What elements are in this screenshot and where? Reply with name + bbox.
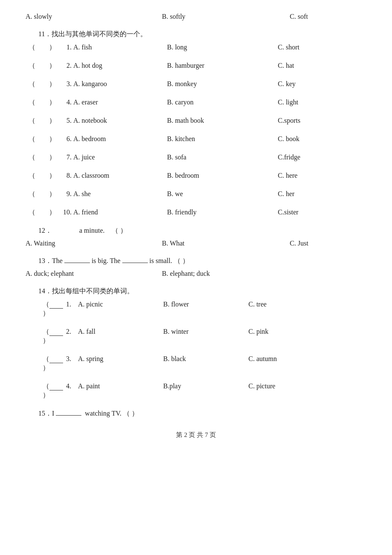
opt-c: C. light <box>278 98 366 106</box>
option-b-softly: B. softly <box>162 13 290 20</box>
bracket: （ <box>26 208 38 217</box>
bracket: （ <box>26 61 38 70</box>
q15-text: watching TV. （ ） <box>85 409 138 418</box>
table-row: （ ） 6. A. bedroom B. kitchen C. book <box>26 135 366 144</box>
q-num: 8. <box>59 172 72 179</box>
opt-c: C. hat <box>278 62 366 69</box>
page-number: 第 2 页 共 7 页 <box>176 431 216 438</box>
opt-a: A. notebook <box>73 117 167 124</box>
bracket: （ <box>26 80 38 89</box>
sub-bracket: （ ） <box>43 355 66 373</box>
sub-opt-b: B. winter <box>163 328 248 335</box>
q-num: 6. <box>59 135 72 143</box>
q11-list: （ ） 1. A. fish B. long C. short （ ） 2. A… <box>26 43 366 217</box>
sub-q-options: A. fall B. winter C. pink <box>78 328 366 335</box>
opt-c: C. short <box>278 43 366 51</box>
q12-opt-c: C. Just <box>290 240 366 247</box>
table-row: （ ） 10. A. friend B. friendly C.sister <box>26 208 366 217</box>
q-options: A. notebook B. math book C.sports <box>73 117 366 124</box>
q12-paren: （ ） <box>112 226 127 235</box>
q13-blank1 <box>64 263 90 263</box>
opt-a: A. classroom <box>73 172 167 179</box>
q-num: 4. <box>59 98 72 106</box>
bracket-close: ） <box>46 43 59 52</box>
sub-opt-a: A. fall <box>78 328 163 335</box>
table-row: （ ） 3. A. spring B. black C. autumn <box>26 355 366 373</box>
q-options: A. classroom B. bedroom C. here <box>73 172 366 179</box>
q13-options: A. duck; elephant B. elephant; duck <box>26 270 366 278</box>
table-row: （ ） 5. A. notebook B. math book C.sports <box>26 116 366 125</box>
top-options-row: A. slowly B. softly C. soft <box>26 13 366 20</box>
bracket-close: ） <box>46 116 59 125</box>
bracket-close: ） <box>46 80 59 89</box>
q13-end: is small. （ ） <box>150 257 189 266</box>
opt-b: B. sofa <box>167 153 278 161</box>
paren-space <box>38 153 46 161</box>
table-row: （ ） 4. A. paint B.play C. picture <box>26 382 366 400</box>
q-options: A. she B. we C. her <box>73 190 366 198</box>
q13-blank2 <box>122 263 148 263</box>
opt-c: C. her <box>278 190 366 198</box>
q-num: 2. <box>59 62 72 69</box>
paren-space <box>38 98 46 106</box>
bracket: （ <box>26 171 38 180</box>
opt-b: B. math book <box>167 117 278 124</box>
paren-space <box>38 208 46 216</box>
q13-label: 13．The <box>38 257 63 266</box>
sub-bracket: （ ） <box>43 300 66 318</box>
sub-opt-a: A. paint <box>78 382 163 390</box>
sub-bracket: （ ） <box>43 382 66 400</box>
table-row: （ ） 4. A. eraser B. caryon C. light <box>26 98 366 107</box>
sub-opt-a: A. picnic <box>78 301 163 308</box>
table-row: （ ） 2. A. hot dog B. hamburger C. hat <box>26 61 366 70</box>
bracket-close: ） <box>46 190 59 199</box>
q-num: 9. <box>59 190 72 198</box>
bracket: （ <box>26 98 38 107</box>
bracket-close: ） <box>46 171 59 180</box>
sub-q-num: 2. <box>66 328 78 335</box>
q-options: A. bedroom B. kitchen C. book <box>73 135 366 143</box>
q-options: A. kangaroo B. monkey C. key <box>73 80 366 88</box>
bracket: （ <box>26 153 38 162</box>
opt-b: B. long <box>167 43 278 51</box>
bracket: （ <box>26 116 38 125</box>
sub-opt-c: C. autumn <box>248 355 366 363</box>
q-num: 5. <box>59 117 72 124</box>
sub-q-options: A. picnic B. flower C. tree <box>78 301 366 308</box>
sub-q-num: 3. <box>66 355 78 363</box>
opt-c: C.fridge <box>278 153 366 161</box>
q-options: A. fish B. long C. short <box>73 43 366 51</box>
opt-b: B. hamburger <box>167 62 278 69</box>
q12-blank <box>55 227 79 234</box>
sub-bracket: （ ） <box>43 327 66 345</box>
opt-c: C.sister <box>278 208 366 216</box>
paren-space <box>38 117 46 124</box>
paren-space <box>38 80 46 88</box>
opt-b: B. friendly <box>167 208 278 216</box>
sub-opt-b: B. flower <box>163 301 248 308</box>
bracket: （ <box>26 135 38 144</box>
bracket-close: ） <box>46 208 59 217</box>
q14-list: （ ） 1. A. picnic B. flower C. tree （ ） 2… <box>26 300 366 400</box>
opt-a: A. bedroom <box>73 135 167 143</box>
q-options: A. friend B. friendly C.sister <box>73 208 366 216</box>
opt-b: B. kitchen <box>167 135 278 143</box>
q12-row: 12． a minute. （ ） <box>26 226 366 235</box>
sub-opt-b: B. black <box>163 355 248 363</box>
sub-q-num: 4. <box>66 382 78 390</box>
q12-text: a minute. <box>79 227 105 234</box>
q14-header: 14．找出每组中不同类的单词。 <box>26 287 366 296</box>
paren-space <box>38 172 46 179</box>
opt-c: C. book <box>278 135 366 143</box>
opt-c: C. here <box>278 172 366 179</box>
opt-b: B. we <box>167 190 278 198</box>
table-row: （ ） 8. A. classroom B. bedroom C. here <box>26 171 366 180</box>
sub-opt-b: B.play <box>163 382 248 390</box>
opt-b: B. bedroom <box>167 172 278 179</box>
q13-opt-a: A. duck; elephant <box>26 270 162 278</box>
bracket: （ <box>26 190 38 199</box>
page-footer: 第 2 页 共 7 页 <box>26 431 366 439</box>
sub-opt-c: C. pink <box>248 328 366 335</box>
option-c-soft: C. soft <box>290 13 366 20</box>
sub-opt-c: C. tree <box>248 301 366 308</box>
